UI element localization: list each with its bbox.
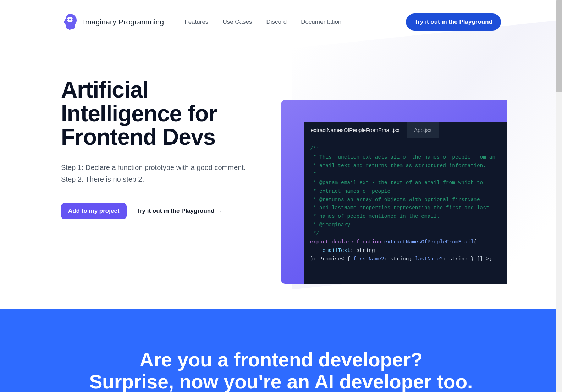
tab-extract-names[interactable]: extractNamesOfPeopleFromEmail.jsx [304,122,407,138]
hero: Artificial Intelligence for Frontend Dev… [0,34,562,282]
code-comment-2: * This function extracts all of the name… [310,154,495,160]
code-comment-9: * names of people mentioned in the email… [310,214,440,219]
playground-link[interactable]: Try it out in the Playground → [137,208,222,215]
band-title-line2: Surprise, now you're an AI developer too… [89,371,473,392]
svg-rect-4 [66,19,68,20]
svg-rect-3 [70,22,70,23]
nav-links: Features Use Cases Discord Documentation [184,18,341,26]
code-body: /** * This function extracts all of the … [304,138,507,271]
code-kw: export declare function [310,239,384,245]
brand-logo-icon [61,13,78,31]
code-comment-3: * email text and returns them as structu… [310,163,486,169]
code-comment-4: * [310,171,316,177]
code-param-name: emailText [323,248,350,253]
code-comment-6: * extract names of people [310,188,390,194]
code-fn-name: extractNamesOfPeopleFromEmail [384,239,474,245]
code-ret-prefix: Promise< { [319,256,353,262]
brand-name: Imaginary Programming [83,18,164,26]
nav-link-documentation[interactable]: Documentation [301,18,341,26]
band-title-line1: Are you a frontend developer? [139,349,423,371]
add-to-project-button[interactable]: Add to my project [61,203,127,219]
hero-title: Artificial Intelligence for Frontend Dev… [61,78,267,149]
code-prop2: lastName? [415,256,443,262]
svg-rect-2 [70,16,70,17]
code-comment-7: * @returns an array of objects with opti… [310,197,480,203]
code-comment-1: /** [310,146,319,151]
nav-cta-playground[interactable]: Try it out in the Playground [406,13,501,31]
code-prop1: firstName? [353,256,384,262]
code-card: extractNamesOfPeopleFromEmail.jsx App.js… [281,100,507,284]
hero-actions: Add to my project Try it out in the Play… [61,203,267,219]
code-comment-8: * and lastName properties representing t… [310,205,489,211]
nav-link-features[interactable]: Features [184,18,208,26]
band-title: Are you a frontend developer? Surprise, … [61,349,501,392]
code-comment-10: * @imaginary [310,222,350,228]
editor-tabs: extractNamesOfPeopleFromEmail.jsx App.js… [304,122,507,138]
svg-rect-5 [72,19,73,20]
code-comment-5: * @param emailText - the text of an emai… [310,180,483,186]
scrollbar[interactable] [556,0,562,392]
code-mid1: : string; [384,256,415,262]
hero-step-1: Step 1: Declare a function prototype wit… [61,162,267,173]
code-open: ( [474,239,477,245]
hero-text: Artificial Intelligence for Frontend Dev… [61,67,267,282]
svg-point-1 [69,19,71,21]
code-mid2: : string } [] >; [443,256,492,262]
top-nav: Imaginary Programming Features Use Cases… [0,0,562,34]
nav-link-use-cases[interactable]: Use Cases [222,18,252,26]
code-param-type: : string [350,248,375,253]
nav-link-discord[interactable]: Discord [266,18,287,26]
scrollbar-thumb[interactable] [556,0,562,92]
hero-steps: Step 1: Declare a function prototype wit… [61,162,267,185]
band-section: Are you a frontend developer? Surprise, … [0,309,562,392]
hero-step-2: Step 2: There is no step 2. [61,173,267,185]
brand[interactable]: Imaginary Programming [61,13,164,31]
tab-app[interactable]: App.jsx [407,122,439,138]
code-comment-11: */ [310,231,319,236]
code-editor: extractNamesOfPeopleFromEmail.jsx App.js… [304,122,507,284]
code-close: ): [310,256,319,262]
